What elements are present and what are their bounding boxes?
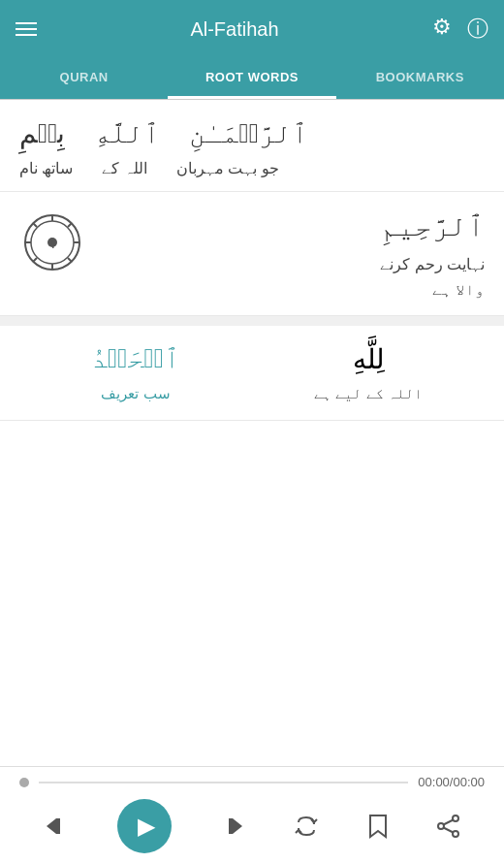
trans-word-mehrbaan: جو بہت مہربان (176, 159, 279, 177)
arabic-word-rahman: ٱلرَّحۡمَـٰنِ (189, 118, 307, 149)
svg-marker-14 (233, 818, 242, 834)
page-title: Al-Fatihah (190, 18, 278, 41)
svg-point-16 (453, 815, 458, 821)
trans-word-allah-ke: اللہ کے (102, 159, 146, 177)
forward-button[interactable] (219, 813, 246, 840)
verse-raheem-text: ٱلرَّحِيمِ نہایت رحم کرنےوالا ہے (101, 209, 485, 302)
arabic-word-allah: ٱللَّهِ (94, 118, 160, 149)
svg-rect-13 (56, 818, 60, 834)
arabic-raheem: ٱلرَّحِيمِ (380, 209, 485, 242)
svg-point-17 (438, 823, 444, 829)
progress-track[interactable] (39, 782, 408, 783)
arabic-word-bismi: بِسۡمِ (19, 117, 65, 149)
settings-icon[interactable]: ⚙ (432, 15, 452, 44)
verse-bismillah: ٱلرَّحۡمَـٰنِ ٱللَّهِ بِسۡمِ جو بہت مہرب… (0, 100, 504, 192)
tab-quran[interactable]: QURAN (0, 58, 168, 99)
svg-text:۱: ۱ (48, 235, 57, 251)
svg-line-8 (68, 258, 72, 262)
time-display: 00:00/00:00 (418, 775, 485, 789)
hamd-trans-row: اللہ کے لیے ہے سب تعریف (0, 381, 504, 421)
tab-root-words[interactable]: ROOT WORDS (168, 58, 335, 99)
svg-marker-12 (47, 818, 56, 834)
svg-rect-15 (229, 818, 233, 834)
progress-dot (19, 778, 29, 787)
play-button[interactable]: ▶ (117, 799, 172, 853)
arabic-lillah: لِلَّهِ (252, 343, 485, 375)
tab-bookmarks[interactable]: BOOKMARKS (336, 58, 504, 99)
trans-row-1: جو بہت مہربان اللہ کے ساتھ نام (19, 159, 485, 177)
audio-player: 00:00/00:00 ▶ (0, 766, 504, 863)
svg-point-18 (453, 831, 458, 837)
tab-bar: QURAN ROOT WORDS BOOKMARKS (0, 58, 504, 100)
player-controls: ▶ (19, 799, 485, 853)
trans-allah-ke-liye: اللہ کے لیے ہے (252, 385, 485, 402)
repeat-button[interactable] (293, 813, 320, 840)
svg-line-20 (443, 828, 453, 833)
arabic-alhamd: ٱلۡحَمۡدُ (19, 343, 252, 375)
main-content: ٱلرَّحۡمَـٰنِ ٱللَّهِ بِسۡمِ جو بہت مہرب… (0, 100, 504, 766)
svg-line-19 (443, 820, 453, 825)
verse-number-icon: ۱ (19, 209, 85, 275)
header-icons: ⚙ ⓘ (432, 15, 488, 44)
verse-raheem: ۱ ٱلرَّحِيمِ نہایت رحم کرنےوالا ہے (0, 192, 504, 316)
progress-bar[interactable]: 00:00/00:00 (19, 775, 485, 789)
trans-word-naam: ساتھ نام (19, 159, 73, 177)
menu-button[interactable] (16, 22, 37, 36)
trans-sab-taarif: سب تعریف (19, 385, 252, 402)
svg-line-10 (33, 258, 37, 262)
hamd-arabic-row: لِلَّهِ ٱلۡحَمۡدُ (0, 326, 504, 381)
app-header: Al-Fatihah ⚙ ⓘ (0, 0, 504, 58)
share-button[interactable] (436, 814, 461, 839)
play-icon: ▶ (138, 813, 155, 840)
svg-line-9 (68, 223, 72, 227)
svg-line-7 (33, 223, 37, 227)
section-divider (0, 316, 504, 326)
arabic-row-1: ٱلرَّحۡمَـٰنِ ٱللَّهِ بِسۡمِ (19, 117, 485, 149)
info-icon[interactable]: ⓘ (467, 15, 488, 44)
bookmark-button[interactable] (367, 813, 389, 840)
rewind-button[interactable] (43, 813, 70, 840)
trans-raheem: نہایت رحم کرنےوالا ہے (380, 252, 485, 302)
